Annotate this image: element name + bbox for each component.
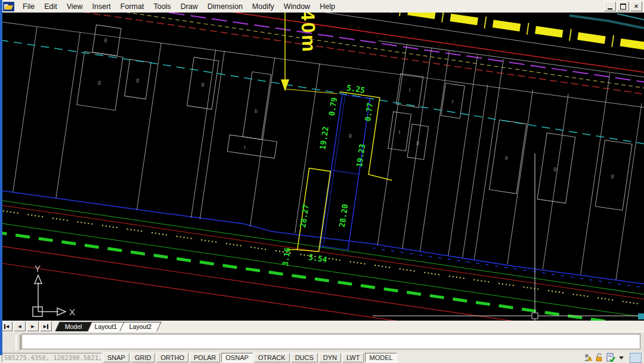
menu-draw[interactable]: Draw bbox=[176, 1, 203, 12]
menu-bar: File Edit View Insert Format Tools Draw … bbox=[0, 0, 644, 13]
toggle-polar[interactable]: POLAR bbox=[190, 353, 220, 362]
parcel-letter: g bbox=[201, 81, 205, 87]
unlock-icon[interactable] bbox=[595, 353, 604, 362]
menu-edit[interactable]: Edit bbox=[39, 1, 62, 12]
parcel-letter: b bbox=[254, 108, 258, 115]
annotation-alert-icon[interactable] bbox=[583, 353, 593, 362]
parcel-letter: b bbox=[504, 155, 508, 161]
parcel-letter: g bbox=[416, 139, 419, 146]
restore-icon bbox=[620, 4, 626, 10]
tab-nav-next[interactable]: ▶ bbox=[27, 321, 39, 331]
highlighted-parcel[interactable] bbox=[288, 88, 404, 263]
building-outlines bbox=[73, 24, 638, 211]
tab-model[interactable]: Model bbox=[55, 322, 92, 331]
tab-model-label: Model bbox=[65, 322, 82, 331]
tab-nav-prev[interactable]: ◀ bbox=[14, 321, 26, 331]
toggle-dyn[interactable]: DYN bbox=[319, 353, 341, 362]
minimize-button[interactable] bbox=[604, 1, 616, 11]
building-labels: g g g g b t t t g t b g g bbox=[91, 36, 623, 204]
dim-left-upper: 19.22 bbox=[318, 126, 330, 150]
map-rotated-group: g g g g b t t t g t b g g bbox=[0, 13, 644, 321]
parcel-letter: t bbox=[451, 99, 454, 104]
toggle-model[interactable]: MODEL bbox=[365, 353, 397, 362]
menu-modify[interactable]: Modify bbox=[247, 1, 279, 12]
top-road-lines bbox=[0, 13, 644, 111]
parcel-letter: g bbox=[348, 132, 352, 139]
parcel-letter: t bbox=[244, 144, 246, 150]
menu-view[interactable]: View bbox=[62, 1, 88, 12]
ucs-y-label: Y bbox=[35, 263, 41, 273]
menu-format[interactable]: Format bbox=[116, 1, 149, 12]
menu-dimension[interactable]: Dimension bbox=[203, 1, 247, 12]
restore-button[interactable] bbox=[617, 1, 629, 11]
menu-file[interactable]: File bbox=[18, 1, 39, 12]
layout-tab-bar: ◀ ◀ ▶ ▶ Model Layout1 Layout2 bbox=[0, 321, 644, 332]
menu-window[interactable]: Window bbox=[279, 1, 315, 12]
parcel-letter: g bbox=[553, 165, 557, 172]
toggle-snap[interactable]: SNAP bbox=[103, 353, 129, 362]
standards-check-icon[interactable] bbox=[606, 353, 615, 362]
app-icon[interactable] bbox=[3, 2, 14, 11]
crosshair-cursor[interactable] bbox=[373, 153, 644, 321]
tab-nav-first[interactable]: ◀ bbox=[1, 321, 13, 331]
toggle-grid[interactable]: GRID bbox=[131, 353, 156, 362]
toggle-ortho[interactable]: ORTHO bbox=[156, 353, 188, 362]
menu-insert[interactable]: Insert bbox=[88, 1, 116, 12]
bottom-road-lines bbox=[0, 174, 644, 321]
command-drag-handle[interactable] bbox=[16, 335, 21, 350]
toggle-otrack[interactable]: OTRACK bbox=[254, 353, 290, 362]
window-controls: × bbox=[604, 1, 644, 11]
road-width-annotation: 40m bbox=[281, 13, 338, 94]
dropdown-arrow-icon[interactable] bbox=[619, 356, 624, 359]
window-left-border bbox=[0, 0, 2, 355]
parcel-letter: g bbox=[104, 36, 107, 43]
coordinate-readout[interactable]: 585275.4350, 1202390.5821, 0.0000 bbox=[2, 353, 102, 362]
tab-layout2-label: Layout2 bbox=[129, 322, 151, 331]
parcel-letter: t bbox=[408, 87, 411, 93]
tab-layout2[interactable]: Layout2 bbox=[119, 322, 161, 331]
dimension-texts: 5.25 0.79 0.77 19.22 19.23 28.27 28.20 3… bbox=[281, 78, 377, 276]
status-bar: 585275.4350, 1202390.5821, 0.0000 SNAP G… bbox=[0, 352, 644, 363]
autocad-window: File Edit View Insert Format Tools Draw … bbox=[0, 0, 644, 363]
menu-help[interactable]: Help bbox=[315, 1, 340, 12]
toggle-ducs[interactable]: DUCS bbox=[291, 353, 318, 362]
menu-tools[interactable]: Tools bbox=[148, 1, 175, 12]
dim-top-left: 0.79 bbox=[327, 97, 339, 116]
parcel-letter: g bbox=[98, 79, 101, 85]
cadastral-map: g g g g b t t t g t b g g bbox=[0, 13, 644, 321]
corner-grip bbox=[638, 313, 644, 319]
dim-right-lower: 28.20 bbox=[338, 204, 350, 228]
parcel-letter: g bbox=[611, 173, 614, 179]
ucs-icon: Y X bbox=[33, 263, 75, 317]
dim-bottom-width: 5.54 bbox=[308, 253, 327, 264]
tab-nav-last[interactable]: ▶ bbox=[40, 321, 52, 331]
clean-screen-icon[interactable] bbox=[630, 353, 642, 363]
parcel-letter: g bbox=[136, 76, 140, 83]
command-line-area bbox=[0, 331, 644, 353]
drawing-canvas[interactable]: g g g g b t t t g t b g g bbox=[0, 13, 644, 321]
parcel-letter: t bbox=[398, 129, 401, 135]
dim-top-right: 0.77 bbox=[363, 102, 374, 122]
teal-marks bbox=[569, 14, 644, 28]
command-input[interactable] bbox=[21, 334, 640, 349]
dim-right-upper: 19.23 bbox=[355, 143, 367, 168]
dim-left-lower: 28.27 bbox=[298, 204, 310, 228]
minimize-icon bbox=[608, 8, 612, 10]
toggle-lwt[interactable]: LWT bbox=[342, 353, 364, 362]
dim-bottom-left: 3.16 bbox=[281, 247, 292, 266]
tab-layout1-label: Layout1 bbox=[94, 322, 116, 331]
close-button[interactable]: × bbox=[630, 1, 642, 11]
status-tray bbox=[583, 353, 644, 363]
road-width-label: 40m bbox=[297, 13, 320, 54]
close-icon: × bbox=[634, 3, 638, 10]
ucs-x-label: X bbox=[69, 307, 75, 317]
toggle-osnap[interactable]: OSNAP bbox=[221, 353, 253, 362]
